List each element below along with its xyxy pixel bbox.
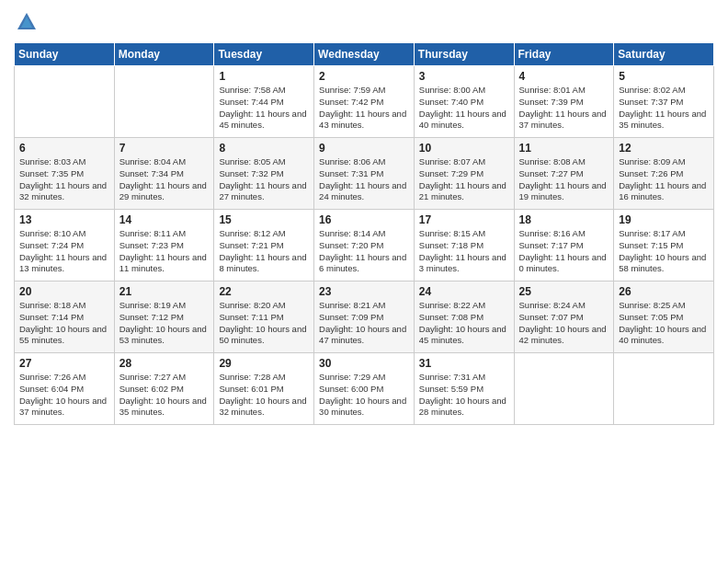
day-number: 21 bbox=[119, 285, 210, 298]
weekday-header-tuesday: Tuesday bbox=[214, 43, 314, 66]
day-number: 3 bbox=[419, 70, 509, 83]
weekday-header-monday: Monday bbox=[114, 43, 214, 66]
calendar-cell: 12Sunrise: 8:09 AM Sunset: 7:26 PM Dayli… bbox=[614, 138, 714, 210]
calendar-cell: 15Sunrise: 8:12 AM Sunset: 7:21 PM Dayli… bbox=[214, 210, 314, 282]
calendar-cell bbox=[514, 353, 614, 425]
day-number: 5 bbox=[619, 70, 709, 83]
day-detail: Sunrise: 8:21 AM Sunset: 7:09 PM Dayligh… bbox=[319, 300, 409, 347]
calendar-cell: 31Sunrise: 7:31 AM Sunset: 5:59 PM Dayli… bbox=[414, 353, 514, 425]
day-detail: Sunrise: 8:24 AM Sunset: 7:07 PM Dayligh… bbox=[519, 300, 609, 347]
day-number: 15 bbox=[219, 213, 309, 226]
week-row-1: 1Sunrise: 7:58 AM Sunset: 7:44 PM Daylig… bbox=[15, 66, 714, 138]
day-detail: Sunrise: 8:01 AM Sunset: 7:39 PM Dayligh… bbox=[519, 85, 609, 132]
day-detail: Sunrise: 8:16 AM Sunset: 7:17 PM Dayligh… bbox=[519, 228, 609, 275]
calendar-cell: 14Sunrise: 8:11 AM Sunset: 7:23 PM Dayli… bbox=[114, 210, 214, 282]
calendar-cell: 28Sunrise: 7:27 AM Sunset: 6:02 PM Dayli… bbox=[114, 353, 214, 425]
week-row-4: 20Sunrise: 8:18 AM Sunset: 7:14 PM Dayli… bbox=[15, 282, 714, 353]
weekday-header-saturday: Saturday bbox=[614, 43, 714, 66]
weekday-header-friday: Friday bbox=[514, 43, 614, 66]
page: SundayMondayTuesdayWednesdayThursdayFrid… bbox=[0, 0, 728, 563]
calendar-cell bbox=[15, 66, 115, 138]
day-detail: Sunrise: 7:26 AM Sunset: 6:04 PM Dayligh… bbox=[19, 372, 109, 419]
weekday-header-row: SundayMondayTuesdayWednesdayThursdayFrid… bbox=[15, 43, 714, 66]
calendar-cell: 11Sunrise: 8:08 AM Sunset: 7:27 PM Dayli… bbox=[514, 138, 614, 210]
calendar-cell: 20Sunrise: 8:18 AM Sunset: 7:14 PM Dayli… bbox=[15, 282, 115, 353]
calendar-cell: 23Sunrise: 8:21 AM Sunset: 7:09 PM Dayli… bbox=[314, 282, 415, 353]
calendar-cell bbox=[614, 353, 714, 425]
day-number: 19 bbox=[619, 213, 709, 226]
day-detail: Sunrise: 7:29 AM Sunset: 6:00 PM Dayligh… bbox=[319, 372, 409, 419]
calendar-cell: 1Sunrise: 7:58 AM Sunset: 7:44 PM Daylig… bbox=[214, 66, 314, 138]
day-detail: Sunrise: 7:59 AM Sunset: 7:42 PM Dayligh… bbox=[319, 85, 409, 132]
day-detail: Sunrise: 8:11 AM Sunset: 7:23 PM Dayligh… bbox=[119, 228, 210, 275]
day-number: 31 bbox=[419, 357, 509, 370]
day-detail: Sunrise: 8:10 AM Sunset: 7:24 PM Dayligh… bbox=[19, 228, 109, 275]
weekday-header-thursday: Thursday bbox=[414, 43, 514, 66]
day-number: 11 bbox=[519, 142, 609, 155]
calendar-cell: 24Sunrise: 8:22 AM Sunset: 7:08 PM Dayli… bbox=[414, 282, 514, 353]
day-number: 25 bbox=[519, 285, 609, 298]
day-number: 20 bbox=[19, 285, 109, 298]
calendar-cell: 9Sunrise: 8:06 AM Sunset: 7:31 PM Daylig… bbox=[314, 138, 415, 210]
calendar-cell: 8Sunrise: 8:05 AM Sunset: 7:32 PM Daylig… bbox=[214, 138, 314, 210]
day-detail: Sunrise: 8:19 AM Sunset: 7:12 PM Dayligh… bbox=[119, 300, 210, 347]
calendar-cell bbox=[114, 66, 214, 138]
day-detail: Sunrise: 8:02 AM Sunset: 7:37 PM Dayligh… bbox=[619, 85, 709, 132]
day-detail: Sunrise: 8:04 AM Sunset: 7:34 PM Dayligh… bbox=[119, 156, 210, 203]
day-number: 9 bbox=[319, 142, 409, 155]
day-number: 27 bbox=[19, 357, 109, 370]
week-row-5: 27Sunrise: 7:26 AM Sunset: 6:04 PM Dayli… bbox=[15, 353, 714, 425]
calendar-cell: 26Sunrise: 8:25 AM Sunset: 7:05 PM Dayli… bbox=[614, 282, 714, 353]
day-number: 16 bbox=[319, 213, 409, 226]
day-detail: Sunrise: 8:08 AM Sunset: 7:27 PM Dayligh… bbox=[519, 156, 609, 203]
day-number: 26 bbox=[619, 285, 709, 298]
day-number: 29 bbox=[219, 357, 309, 370]
day-number: 17 bbox=[419, 213, 509, 226]
day-number: 10 bbox=[419, 142, 509, 155]
day-number: 30 bbox=[319, 357, 409, 370]
day-detail: Sunrise: 8:20 AM Sunset: 7:11 PM Dayligh… bbox=[219, 300, 309, 347]
calendar-cell: 17Sunrise: 8:15 AM Sunset: 7:18 PM Dayli… bbox=[414, 210, 514, 282]
day-detail: Sunrise: 7:28 AM Sunset: 6:01 PM Dayligh… bbox=[219, 372, 309, 419]
day-number: 7 bbox=[119, 142, 210, 155]
day-detail: Sunrise: 8:18 AM Sunset: 7:14 PM Dayligh… bbox=[19, 300, 109, 347]
day-number: 8 bbox=[219, 142, 309, 155]
day-number: 14 bbox=[119, 213, 210, 226]
week-row-2: 6Sunrise: 8:03 AM Sunset: 7:35 PM Daylig… bbox=[15, 138, 714, 210]
calendar-cell: 22Sunrise: 8:20 AM Sunset: 7:11 PM Dayli… bbox=[214, 282, 314, 353]
day-detail: Sunrise: 8:12 AM Sunset: 7:21 PM Dayligh… bbox=[219, 228, 309, 275]
calendar-cell: 18Sunrise: 8:16 AM Sunset: 7:17 PM Dayli… bbox=[514, 210, 614, 282]
calendar-cell: 5Sunrise: 8:02 AM Sunset: 7:37 PM Daylig… bbox=[614, 66, 714, 138]
day-number: 13 bbox=[19, 213, 109, 226]
day-number: 2 bbox=[319, 70, 409, 83]
day-detail: Sunrise: 8:09 AM Sunset: 7:26 PM Dayligh… bbox=[619, 156, 709, 203]
weekday-header-wednesday: Wednesday bbox=[314, 43, 415, 66]
calendar-cell: 30Sunrise: 7:29 AM Sunset: 6:00 PM Dayli… bbox=[314, 353, 415, 425]
calendar-cell: 3Sunrise: 8:00 AM Sunset: 7:40 PM Daylig… bbox=[414, 66, 514, 138]
day-detail: Sunrise: 7:58 AM Sunset: 7:44 PM Dayligh… bbox=[219, 85, 309, 132]
day-number: 18 bbox=[519, 213, 609, 226]
day-detail: Sunrise: 7:31 AM Sunset: 5:59 PM Dayligh… bbox=[419, 372, 509, 419]
day-number: 22 bbox=[219, 285, 309, 298]
day-detail: Sunrise: 8:15 AM Sunset: 7:18 PM Dayligh… bbox=[419, 228, 509, 275]
day-number: 4 bbox=[519, 70, 609, 83]
week-row-3: 13Sunrise: 8:10 AM Sunset: 7:24 PM Dayli… bbox=[15, 210, 714, 282]
day-detail: Sunrise: 8:17 AM Sunset: 7:15 PM Dayligh… bbox=[619, 228, 709, 275]
logo-icon bbox=[14, 9, 40, 35]
day-number: 23 bbox=[319, 285, 409, 298]
day-detail: Sunrise: 7:27 AM Sunset: 6:02 PM Dayligh… bbox=[119, 372, 210, 419]
calendar-cell: 2Sunrise: 7:59 AM Sunset: 7:42 PM Daylig… bbox=[314, 66, 415, 138]
day-detail: Sunrise: 8:22 AM Sunset: 7:08 PM Dayligh… bbox=[419, 300, 509, 347]
header bbox=[14, 9, 714, 35]
calendar-cell: 27Sunrise: 7:26 AM Sunset: 6:04 PM Dayli… bbox=[15, 353, 115, 425]
day-detail: Sunrise: 8:03 AM Sunset: 7:35 PM Dayligh… bbox=[19, 156, 109, 203]
day-detail: Sunrise: 8:14 AM Sunset: 7:20 PM Dayligh… bbox=[319, 228, 409, 275]
calendar-cell: 16Sunrise: 8:14 AM Sunset: 7:20 PM Dayli… bbox=[314, 210, 415, 282]
day-detail: Sunrise: 8:07 AM Sunset: 7:29 PM Dayligh… bbox=[419, 156, 509, 203]
day-detail: Sunrise: 8:05 AM Sunset: 7:32 PM Dayligh… bbox=[219, 156, 309, 203]
day-detail: Sunrise: 8:00 AM Sunset: 7:40 PM Dayligh… bbox=[419, 85, 509, 132]
day-number: 1 bbox=[219, 70, 309, 83]
calendar-table: SundayMondayTuesdayWednesdayThursdayFrid… bbox=[14, 42, 714, 425]
day-number: 12 bbox=[619, 142, 709, 155]
calendar-cell: 21Sunrise: 8:19 AM Sunset: 7:12 PM Dayli… bbox=[114, 282, 214, 353]
